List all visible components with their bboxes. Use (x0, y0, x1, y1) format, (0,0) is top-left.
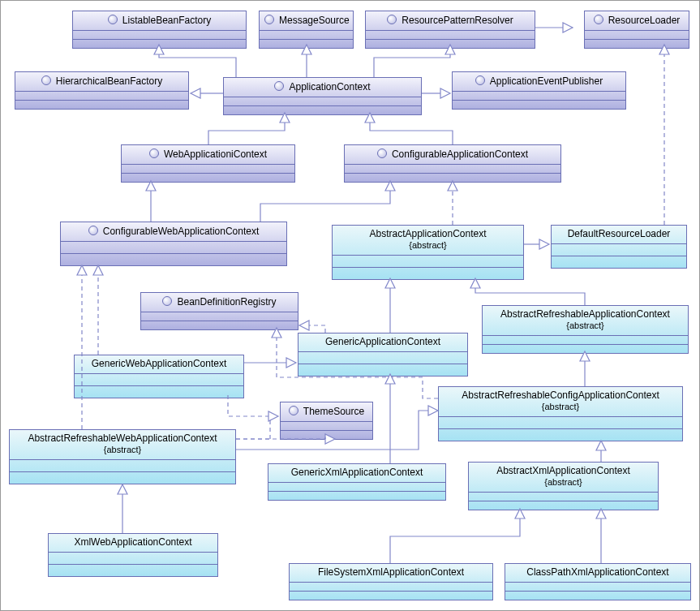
class-file-system-xml-application-context: FileSystemXmlApplicationContext (289, 563, 493, 600)
class-label: ConfigurableApplicationContext (392, 148, 528, 160)
class-generic-application-context: GenericApplicationContext (298, 333, 468, 376)
class-resource-pattern-resolver: ResourcePatternResolver (365, 11, 535, 49)
interface-icon (162, 296, 172, 306)
class-listable-bean-factory: ListableBeanFactory (72, 11, 247, 49)
class-label: ListableBeanFactory (122, 15, 211, 26)
class-label: FileSystemXmlApplicationContext (318, 566, 464, 578)
class-label: ResourceLoader (608, 15, 681, 26)
class-abstract-application-context: AbstractApplicationContext{abstract} (332, 225, 524, 280)
class-label: AbstractRefreshableWebApplicationContext (28, 432, 217, 444)
svg-marker-31 (268, 411, 278, 421)
interface-icon (88, 226, 98, 235)
class-abstract-refreshable-config-application-context: AbstractRefreshableConfigApplicationCont… (438, 386, 683, 441)
class-xml-web-application-context: XmlWebApplicationContext (48, 533, 218, 577)
class-web-application-context: WebApplicationiContext (121, 144, 295, 183)
class-stereotype: {abstract} (474, 477, 653, 488)
class-message-source: MessageSource (259, 11, 354, 49)
uml-canvas: ListableBeanFactory MessageSource Resour… (0, 0, 700, 611)
class-label: WebApplicationiContext (164, 148, 267, 160)
class-abstract-refreshable-web-application-context: AbstractRefreshableWebApplicationContext… (9, 429, 236, 484)
svg-marker-25 (299, 321, 309, 330)
class-application-event-publisher: ApplicationEventPublisher (452, 71, 626, 110)
interface-icon (149, 148, 159, 158)
class-label: ApplicationContext (289, 81, 370, 93)
interface-icon (274, 81, 284, 91)
class-label: GenericWebApplicationContext (92, 358, 227, 369)
interface-icon (108, 15, 118, 24)
class-label: ClassPathXmlApplicationContext (526, 566, 668, 578)
svg-marker-26 (470, 278, 480, 288)
interface-icon (387, 15, 397, 24)
svg-marker-35 (428, 406, 438, 415)
class-hierarchical-bean-factory: HierarchicalBeanFactory (15, 71, 189, 110)
class-label: XmlWebApplicationContext (74, 536, 191, 548)
svg-marker-46 (596, 441, 606, 450)
class-label: AbstractRefreshableApplicationContext (500, 308, 670, 320)
class-label: AbstractRefreshableConfigApplicationCont… (462, 389, 659, 401)
class-label: ThemeSource (303, 406, 364, 417)
interface-icon (41, 75, 51, 85)
class-label: GenericXmlApplicationContext (291, 467, 423, 478)
class-stereotype: {abstract} (487, 321, 683, 332)
class-label: DefaultResourceLoader (568, 228, 671, 239)
class-stereotype: {abstract} (15, 445, 230, 456)
svg-marker-9 (440, 88, 450, 98)
interface-icon (594, 15, 603, 24)
class-application-context: ApplicationContext (223, 77, 422, 115)
class-label: GenericApplicationContext (325, 336, 440, 347)
svg-marker-7 (191, 88, 200, 98)
class-label: ResourcePatternResolver (402, 15, 513, 26)
class-configurable-web-application-context: ConfigurableWebApplicationContext (60, 222, 287, 266)
svg-marker-37 (77, 265, 87, 275)
class-label: ApplicationEventPublisher (490, 75, 603, 87)
class-label: MessageSource (279, 15, 350, 26)
class-label: ConfigurableWebApplicationContext (103, 226, 260, 237)
svg-marker-1 (563, 23, 573, 32)
svg-marker-48 (118, 484, 127, 494)
class-resource-loader: ResourceLoader (584, 11, 689, 49)
class-label: AbstractApplicationContext (369, 228, 486, 239)
class-abstract-refreshable-application-context: AbstractRefreshableApplicationContext{ab… (482, 305, 689, 354)
class-generic-web-application-context: GenericWebApplicationContext (74, 355, 244, 398)
class-label: BeanDefinitionRegistry (177, 296, 276, 308)
class-class-path-xml-application-context: ClassPathXmlApplicationContext (505, 563, 691, 600)
class-configurable-application-context: ConfigurableApplicationContext (344, 144, 561, 183)
class-bean-definition-registry: BeanDefinitionRegistry (140, 292, 298, 330)
svg-marker-30 (93, 265, 103, 275)
svg-marker-18 (539, 239, 549, 249)
class-label: HierarchicalBeanFactory (56, 75, 162, 87)
class-default-resource-loader: DefaultResourceLoader (551, 225, 687, 269)
class-abstract-xml-application-context: AbstractXmlApplicationContext{abstract} (468, 462, 659, 510)
interface-icon (377, 148, 387, 158)
class-theme-source: ThemeSource (280, 402, 373, 440)
interface-icon (264, 15, 274, 24)
interface-icon (475, 75, 485, 85)
svg-marker-49 (515, 509, 525, 518)
class-label: AbstractXmlApplicationContext (496, 465, 630, 476)
class-stereotype: {abstract} (444, 402, 677, 413)
class-stereotype: {abstract} (337, 240, 518, 252)
interface-icon (289, 406, 298, 415)
svg-marker-51 (596, 509, 606, 518)
svg-marker-28 (286, 358, 296, 368)
class-generic-xml-application-context: GenericXmlApplicationContext (268, 463, 446, 501)
svg-marker-22 (385, 278, 395, 288)
